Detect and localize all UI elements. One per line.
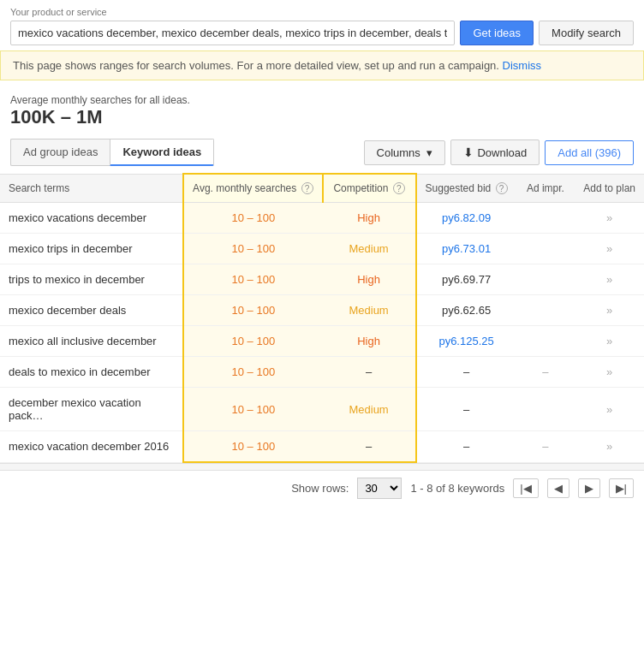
cell-search-term: mexico vacations december <box>0 203 183 234</box>
col-header-add-to-plan: Add to plan <box>575 174 644 203</box>
cell-add-to-plan[interactable]: » <box>575 357 644 388</box>
cell-avg-monthly: 10 – 100 <box>183 203 323 234</box>
cell-add-to-plan[interactable]: » <box>575 234 644 264</box>
cell-search-term: mexico vacation december 2016 <box>0 431 183 463</box>
cell-search-term: mexico trips in december <box>0 234 183 264</box>
first-page-button[interactable]: |◀ <box>513 478 538 498</box>
next-page-button[interactable]: ▶ <box>578 478 600 498</box>
cell-competition: Medium <box>323 295 416 326</box>
notice-text: This page shows ranges for search volume… <box>13 59 499 72</box>
cell-search-term: deals to mexico in december <box>0 357 183 388</box>
keyword-table-container: Search terms Avg. monthly searches ? Com… <box>0 173 644 470</box>
cell-suggested-bid: – <box>416 388 516 431</box>
cell-add-to-plan[interactable]: » <box>575 431 644 463</box>
search-label: Your product or service <box>10 7 634 17</box>
modify-search-button[interactable]: Modify search <box>539 21 634 45</box>
avg-monthly-hint-icon[interactable]: ? <box>301 182 313 194</box>
table-row: mexico trips in december10 – 100Mediumpy… <box>0 234 644 264</box>
cell-competition: Medium <box>323 234 416 264</box>
cell-suggested-bid[interactable]: py6.125.25 <box>416 326 516 357</box>
cell-suggested-bid: py6.69.77 <box>416 264 516 295</box>
add-chevron-icon: » <box>606 304 612 317</box>
table-row: deals to mexico in december10 – 100–––» <box>0 357 644 388</box>
toolbar: Ad group ideas Keyword ideas Columns ▾ ⬇… <box>0 132 644 173</box>
cell-ad-impr: – <box>516 357 575 388</box>
chevron-down-icon: ▾ <box>426 146 432 159</box>
cell-suggested-bid: – <box>416 357 516 388</box>
cell-add-to-plan[interactable]: » <box>575 388 644 431</box>
cell-ad-impr <box>516 234 575 264</box>
table-row: mexico vacations december10 – 100Highpy6… <box>0 203 644 234</box>
get-ideas-button[interactable]: Get ideas <box>460 21 534 45</box>
cell-add-to-plan[interactable]: » <box>575 264 644 295</box>
toolbar-right: Columns ▾ ⬇ Download Add all (396) <box>364 139 634 165</box>
add-chevron-icon: » <box>606 211 612 224</box>
col-header-avg-monthly: Avg. monthly searches ? <box>183 174 323 203</box>
tab-group: Ad group ideas Keyword ideas <box>10 139 214 166</box>
cell-ad-impr: – <box>516 431 575 463</box>
download-icon: ⬇ <box>463 145 474 159</box>
horizontal-scrollbar[interactable] <box>0 463 644 470</box>
table-footer: Show rows: 30 10 20 50 100 1 - 8 of 8 ke… <box>0 470 644 506</box>
tab-keyword-ideas[interactable]: Keyword ideas <box>110 139 214 166</box>
cell-ad-impr <box>516 295 575 326</box>
cell-competition: – <box>323 431 416 463</box>
cell-avg-monthly: 10 – 100 <box>183 388 323 431</box>
cell-search-term: mexico all inclusive december <box>0 326 183 357</box>
cell-avg-monthly: 10 – 100 <box>183 357 323 388</box>
cell-ad-impr <box>516 264 575 295</box>
show-rows-label: Show rows: <box>291 482 349 495</box>
cell-competition: – <box>323 357 416 388</box>
avg-value: 100K – 1M <box>10 106 634 128</box>
page-info: 1 - 8 of 8 keywords <box>410 482 504 495</box>
columns-button[interactable]: Columns ▾ <box>364 140 446 165</box>
cell-competition: Medium <box>323 388 416 431</box>
cell-search-term: trips to mexico in december <box>0 264 183 295</box>
cell-avg-monthly: 10 – 100 <box>183 326 323 357</box>
add-chevron-icon: » <box>606 403 612 416</box>
cell-ad-impr <box>516 326 575 357</box>
table-row: trips to mexico in december10 – 100Highp… <box>0 264 644 295</box>
last-page-button[interactable]: ▶| <box>609 478 634 498</box>
bid-hint-icon[interactable]: ? <box>496 182 508 194</box>
cell-competition: High <box>323 203 416 234</box>
avg-section: Average monthly searches for all ideas. … <box>0 89 644 132</box>
competition-hint-icon[interactable]: ? <box>393 182 405 194</box>
cell-avg-monthly: 10 – 100 <box>183 295 323 326</box>
cell-add-to-plan[interactable]: » <box>575 203 644 234</box>
prev-page-button[interactable]: ◀ <box>547 478 569 498</box>
table-row: mexico vacation december 201610 – 100–––… <box>0 431 644 463</box>
add-chevron-icon: » <box>606 335 612 347</box>
cell-search-term: december mexico vacation pack… <box>0 388 183 431</box>
col-header-ad-impr: Ad impr. <box>516 174 575 203</box>
add-chevron-icon: » <box>606 273 612 286</box>
col-header-suggested-bid: Suggested bid ? <box>416 174 516 203</box>
add-chevron-icon: » <box>606 365 612 378</box>
tab-ad-group-ideas[interactable]: Ad group ideas <box>10 139 110 166</box>
keyword-table: Search terms Avg. monthly searches ? Com… <box>0 173 644 463</box>
cell-add-to-plan[interactable]: » <box>575 295 644 326</box>
cell-suggested-bid[interactable]: py6.82.09 <box>416 203 516 234</box>
table-row: december mexico vacation pack…10 – 100Me… <box>0 388 644 431</box>
table-row: mexico december deals10 – 100Mediumpy6.6… <box>0 295 644 326</box>
avg-label: Average monthly searches for all ideas. <box>10 94 634 106</box>
cell-ad-impr <box>516 388 575 431</box>
search-input[interactable] <box>10 21 455 45</box>
notice-bar: This page shows ranges for search volume… <box>0 50 644 80</box>
col-header-competition: Competition ? <box>323 174 416 203</box>
download-button[interactable]: ⬇ Download <box>450 139 540 165</box>
cell-suggested-bid[interactable]: py6.73.01 <box>416 234 516 264</box>
cell-add-to-plan[interactable]: » <box>575 326 644 357</box>
add-chevron-icon: » <box>606 440 612 453</box>
cell-avg-monthly: 10 – 100 <box>183 264 323 295</box>
cell-ad-impr <box>516 203 575 234</box>
cell-competition: High <box>323 326 416 357</box>
cell-avg-monthly: 10 – 100 <box>183 431 323 463</box>
dismiss-link[interactable]: Dismiss <box>503 59 542 72</box>
cell-suggested-bid: – <box>416 431 516 463</box>
cell-search-term: mexico december deals <box>0 295 183 326</box>
cell-avg-monthly: 10 – 100 <box>183 234 323 264</box>
add-all-button[interactable]: Add all (396) <box>545 140 634 165</box>
top-bar: Your product or service Get ideas Modify… <box>0 0 644 173</box>
rows-per-page-select[interactable]: 30 10 20 50 100 <box>357 478 402 499</box>
